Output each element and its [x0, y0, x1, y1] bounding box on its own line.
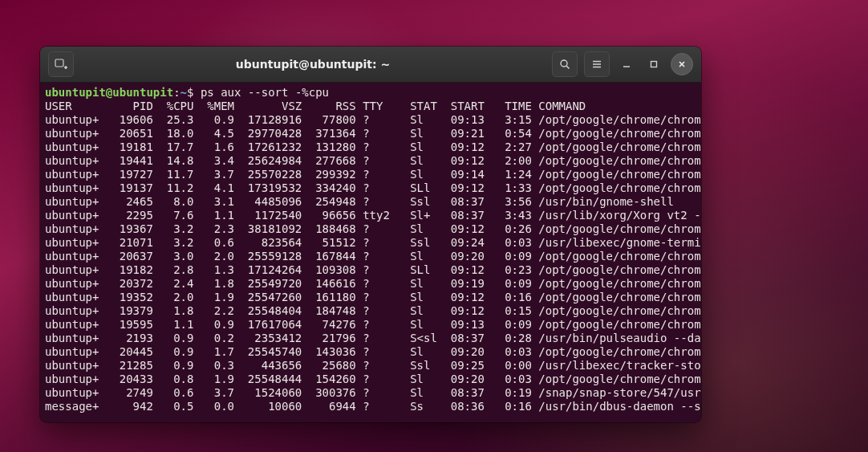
close-icon [677, 59, 687, 69]
maximize-button[interactable] [643, 54, 664, 75]
maximize-icon [649, 59, 659, 69]
prompt-symbol: $ [187, 86, 193, 99]
svg-line-4 [566, 66, 570, 69]
ps-rows: ubuntup+ 19606 25.3 0.9 17128916 77800 ?… [45, 113, 701, 413]
terminal-window: ubuntupit@ubuntupit: ~ [40, 47, 701, 422]
prompt-user-host: ubuntupit@ubuntupit [45, 86, 173, 99]
svg-point-3 [561, 60, 567, 67]
ps-header: USER PID %CPU %MEM VSZ RSS TTY STAT STAR… [45, 100, 586, 112]
search-button[interactable] [552, 51, 578, 77]
svg-rect-9 [651, 62, 657, 67]
minimize-icon [622, 59, 631, 69]
window-title: ubuntupit@ubuntupit: ~ [82, 58, 544, 71]
new-tab-button[interactable] [48, 51, 74, 77]
hamburger-icon [591, 59, 602, 70]
terminal-output[interactable]: ubuntupit@ubuntupit:~$ ps aux --sort -%c… [40, 83, 701, 418]
terminal-plus-icon [55, 58, 67, 71]
menu-button[interactable] [584, 51, 610, 77]
prompt-colon: : [173, 86, 180, 99]
svg-rect-0 [55, 59, 63, 67]
prompt-command: ps aux --sort -%cpu [201, 86, 329, 99]
prompt-path: ~ [180, 86, 187, 99]
close-button[interactable] [671, 53, 693, 75]
search-icon [559, 59, 570, 70]
minimize-button[interactable] [616, 54, 637, 75]
titlebar: ubuntupit@ubuntupit: ~ [40, 47, 701, 83]
